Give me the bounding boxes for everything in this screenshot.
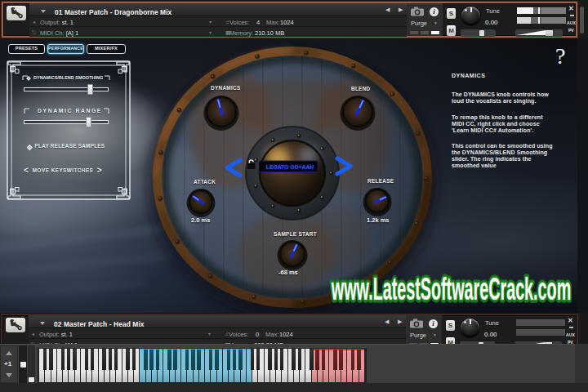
svg-text:www.LatestSoftwareCrack.com: www.LatestSoftwareCrack.com xyxy=(331,272,571,305)
svg-text:LEGATO OO+AAH: LEGATO OO+AAH xyxy=(266,164,314,170)
